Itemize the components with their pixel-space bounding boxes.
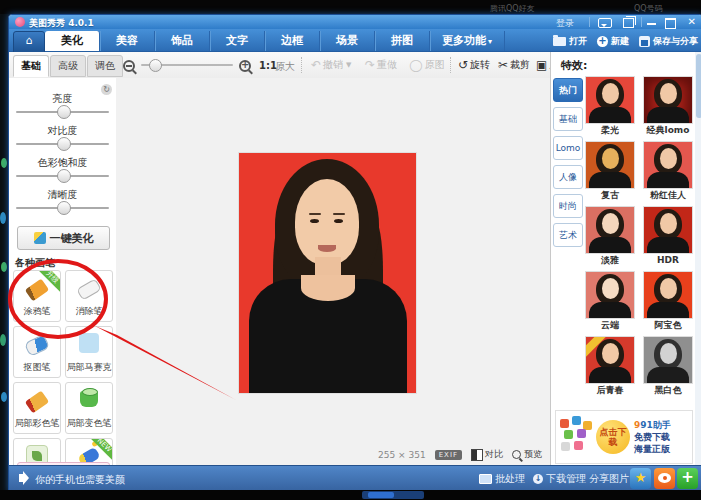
promo-banner[interactable]: 点击下载 991助手 免费下载 海量正版 xyxy=(555,410,693,464)
brush-recolor[interactable]: 局部变色笔 xyxy=(65,382,113,434)
effects-header: 特效: xyxy=(561,58,587,73)
fx-classic-lomo[interactable]: 经典lomo xyxy=(643,76,693,137)
open-icon xyxy=(553,37,566,46)
new-button[interactable]: 新建 xyxy=(597,35,629,48)
desktop-blob xyxy=(0,334,6,346)
one-click-beautify-button[interactable]: 一键美化 xyxy=(17,226,110,250)
promo-text: 991助手 免费下载 海量正版 xyxy=(634,419,671,455)
panel-tab-advanced[interactable]: 高级 xyxy=(50,55,86,77)
file-actions: 打开新建保存与分享 xyxy=(543,31,698,51)
fx-bw[interactable]: 黑白色 xyxy=(643,336,693,397)
slider-thumb[interactable] xyxy=(57,169,71,183)
phone-beauty-notice[interactable]: 你的手机也需要美颜 xyxy=(35,473,125,487)
tab-accessory[interactable]: 饰品 xyxy=(155,31,210,51)
save-icon xyxy=(639,36,650,47)
scrollbar-thumb[interactable] xyxy=(696,54,701,118)
fx-cloud[interactable]: 云端 xyxy=(585,271,635,332)
new-icon xyxy=(597,36,608,47)
fx-pink-lady[interactable]: 粉红佳人 xyxy=(643,141,693,202)
slider-thumb[interactable] xyxy=(57,105,71,119)
brush-mosaic[interactable]: 局部马赛克 xyxy=(65,326,113,378)
panel-tab-basic[interactable]: 基础 xyxy=(13,55,49,77)
weibo-share-icon[interactable] xyxy=(654,468,675,489)
tab-more[interactable]: 更多功能▾ xyxy=(430,31,505,51)
tab-frame[interactable]: 边框 xyxy=(265,31,320,51)
tab-text[interactable]: 文字 xyxy=(210,31,265,51)
fx-elegant[interactable]: 淡雅 xyxy=(585,206,635,267)
preview-button[interactable]: 预览 xyxy=(512,448,542,461)
desktop-blob xyxy=(1,392,7,402)
effect-thumbnail xyxy=(585,141,635,189)
nav-tabs: 美化美容饰品文字边框场景拼图更多功能▾ xyxy=(45,31,505,51)
minimize-button[interactable] xyxy=(647,23,656,25)
rotate-icon: ↺ xyxy=(458,59,468,71)
cutout-icon xyxy=(24,334,50,357)
click-download-button[interactable]: 点击下载 xyxy=(596,420,630,454)
fx-retro[interactable]: 复古 xyxy=(585,141,635,202)
crop-button[interactable]: ✂裁剪 xyxy=(498,58,530,72)
desktop-bottom-strip xyxy=(0,490,701,500)
image-canvas[interactable]: 255 × 351 EXIF 对比 预览 xyxy=(116,78,550,465)
brush-local-color[interactable]: 局部彩色笔 xyxy=(13,382,61,434)
fx-post-youth[interactable]: 后青春 xyxy=(585,336,635,397)
tab-collage[interactable]: 拼图 xyxy=(375,31,430,51)
background-window-text: QQ号码 xyxy=(634,3,663,14)
compare-icon xyxy=(471,449,483,461)
zoom-original-label[interactable]: 原大 xyxy=(275,60,295,74)
brush-grid: 涂鸦笔升级消除笔抠图笔局部马赛克局部彩色笔局部变色笔背景虚化魔幻笔NEW xyxy=(13,270,113,490)
home-button[interactable]: ⌂ xyxy=(13,31,45,53)
close-button[interactable]: ✕ xyxy=(688,16,696,27)
divider xyxy=(450,57,451,73)
fx-cat-art[interactable]: 艺术 xyxy=(553,223,583,247)
fx-hdr[interactable]: HDR xyxy=(643,206,693,267)
saturation-slider: 色彩饱和度 xyxy=(9,156,116,188)
main-tab-bar: ⌂ 美化美容饰品文字边框场景拼图更多功能▾ 打开新建保存与分享 xyxy=(9,29,701,52)
open-button[interactable]: 打开 xyxy=(553,35,587,48)
fx-soft-light[interactable]: 柔光 xyxy=(585,76,635,137)
save-share-button[interactable]: 保存与分享 xyxy=(639,35,698,48)
compare-button[interactable]: 对比 xyxy=(471,448,503,461)
fx-cat-lomo[interactable]: Lomo xyxy=(553,136,583,160)
share-image-button[interactable]: 分享图片 xyxy=(589,472,629,486)
adjust-panel: ↻ 亮度对比度色彩饱和度清晰度 一键美化 各种画笔 涂鸦笔升级消除笔抠图笔局部马… xyxy=(9,78,117,465)
maximize-button[interactable] xyxy=(665,18,676,29)
add-share-icon[interactable]: + xyxy=(677,468,698,489)
tab-beautify[interactable]: 美化 xyxy=(45,31,100,51)
fx-cat-fashion[interactable]: 时尚 xyxy=(553,194,583,218)
portrait-photo[interactable] xyxy=(239,153,416,393)
tab-cosmesis[interactable]: 美容 xyxy=(100,31,155,51)
fx-abao[interactable]: 阿宝色 xyxy=(643,271,693,332)
effect-grid: 柔光经典lomo复古粉红佳人淡雅HDR云端阿宝色后青春黑白色 xyxy=(585,76,695,397)
effect-thumbnail xyxy=(585,76,635,124)
original-button: ◯原图 xyxy=(409,58,444,72)
fx-cat-basic[interactable]: 基础 xyxy=(553,107,583,131)
brush-erase[interactable]: 消除笔 xyxy=(65,270,113,322)
panel-tabs: 基础高级调色 xyxy=(13,55,124,77)
slider-thumb[interactable] xyxy=(57,201,71,215)
zoom-in-icon[interactable] xyxy=(239,60,251,74)
download-manager-button[interactable]: ↓下载管理 xyxy=(533,472,586,486)
title-bar[interactable]: 美图秀秀 4.0.1 登录 ✕ xyxy=(9,15,701,29)
divider xyxy=(301,57,302,73)
fx-cat-hot[interactable]: 热门 xyxy=(553,78,583,102)
divider xyxy=(641,17,642,27)
slider-thumb[interactable] xyxy=(57,137,71,151)
zoom-slider-thumb[interactable] xyxy=(149,59,162,72)
effect-thumbnail xyxy=(585,336,635,384)
exif-badge[interactable]: EXIF xyxy=(435,450,462,460)
fx-cat-portrait[interactable]: 人像 xyxy=(553,165,583,189)
restore-layout-icon[interactable] xyxy=(623,18,634,28)
brush-doodle[interactable]: 涂鸦笔升级 xyxy=(13,270,61,322)
batch-process-button[interactable]: 批处理 xyxy=(479,472,525,486)
download-arrow-icon: ↓ xyxy=(533,474,543,484)
rotate-button[interactable]: ↺旋转 xyxy=(458,58,490,72)
brush-cutout[interactable]: 抠图笔 xyxy=(13,326,61,378)
tab-scene[interactable]: 场景 xyxy=(320,31,375,51)
panel-tab-tone[interactable]: 调色 xyxy=(87,55,123,77)
qzone-share-icon[interactable]: ★ xyxy=(630,468,651,489)
zoom-out-icon[interactable] xyxy=(123,60,135,74)
slider-list: 亮度对比度色彩饱和度清晰度 xyxy=(9,92,116,220)
status-bar: 255 × 351 EXIF 对比 预览 xyxy=(378,448,542,461)
clarity-slider: 清晰度 xyxy=(9,188,116,220)
feedback-icon[interactable] xyxy=(598,18,612,28)
